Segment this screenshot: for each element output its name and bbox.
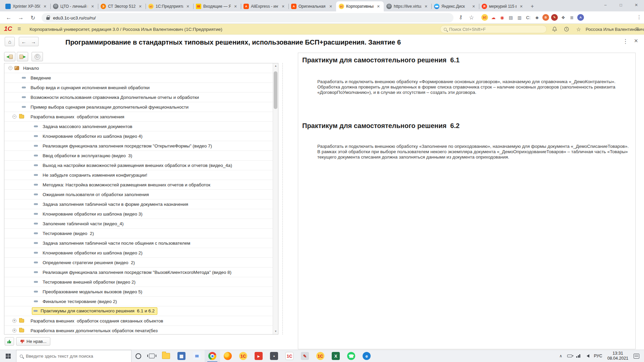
taskbar-app-chrome[interactable] (205, 350, 220, 362)
maximize-button[interactable]: □ (613, 0, 629, 10)
browser-tab-10[interactable]: Яндекс.Диск✕ (431, 1, 479, 11)
tree-item[interactable]: Реализация функционала заполнения посред… (4, 267, 273, 277)
tree-item[interactable]: Заполение табличной части (видео_4) (4, 219, 273, 229)
tab-close-icon[interactable]: ✕ (90, 4, 95, 9)
address-bar[interactable]: edu3.1c-uc3.ru/cu/ru/ (42, 13, 453, 22)
tree-item[interactable]: Введение (4, 73, 273, 83)
tab-close-icon[interactable]: ✕ (42, 4, 48, 9)
cortana-button[interactable] (131, 350, 145, 362)
volume-icon[interactable] (583, 350, 591, 362)
tab-close-icon[interactable]: ✕ (423, 4, 429, 9)
taskbar-app-mail[interactable]: ✉ (189, 350, 205, 362)
taskbar-app-paint-app[interactable]: ✎ (297, 350, 313, 362)
browser-tab-3[interactable]: ЭСТ Эвотор 512: З✕ (98, 1, 146, 11)
global-search-input[interactable]: Поиск Ctrl+Shift+F (440, 25, 547, 33)
tab-close-icon[interactable]: ✕ (328, 4, 333, 9)
tree-scrollbar[interactable]: ▲ ▼ (273, 63, 278, 334)
browser-tab-7[interactable]: AОригинальная н✕ (288, 1, 336, 11)
browser-tab-5[interactable]: ✉Входящие — Янд✕ (193, 1, 241, 11)
taskbar-app-calculator[interactable]: ▦ (174, 350, 189, 362)
tree-item[interactable]: +Разработка внешних обработок создания с… (4, 316, 273, 326)
tab-close-icon[interactable]: ✕ (376, 4, 381, 9)
browser-tab-8[interactable]: 1СКорпоративный✕ (336, 1, 384, 11)
tree-item[interactable]: Финальное тестирование (видео 2) (4, 297, 273, 306)
minimize-button[interactable]: – (598, 0, 613, 10)
taskbar-app-red-arrow-app[interactable]: ▸ (251, 350, 266, 362)
scroll-up-icon[interactable]: ▲ (273, 63, 278, 69)
taskbar-app-file-explorer[interactable] (158, 350, 174, 362)
tree-item[interactable]: Клонирование обработки из шаблона (видео… (4, 209, 273, 219)
browser-tab-11[interactable]: Ямеркурий 115 в✕ (479, 1, 527, 11)
refresh-button[interactable]: ↻ (28, 13, 38, 22)
ext-printer-icon[interactable]: ▥ (516, 14, 523, 21)
tree-item[interactable]: Пример выбора сценария реализации дополн… (4, 102, 273, 112)
clock[interactable]: 13:31 08.04.2021 (605, 351, 631, 361)
dislike-button[interactable]: Не нрав... (16, 337, 50, 346)
ext-playlist-icon[interactable]: ≣ (569, 14, 575, 21)
tree-item[interactable]: Тестирование внешней обработки (видео 2) (4, 277, 273, 287)
page-back-button[interactable]: ← (19, 37, 29, 46)
language-indicator[interactable]: РУС (591, 354, 605, 358)
tree-item[interactable]: Задача заполнения табличной части после … (4, 238, 273, 248)
expand-icon[interactable]: + (12, 328, 16, 333)
home-button[interactable]: ⌂ (5, 37, 15, 46)
taskbar-app-firefox[interactable] (220, 350, 235, 362)
ext-b-icon[interactable]: B (542, 14, 549, 21)
prev-section-button[interactable]: ◀ (4, 52, 15, 61)
tab-close-icon[interactable]: ✕ (471, 4, 476, 9)
tab-close-icon[interactable]: ✕ (519, 4, 524, 9)
tab-close-icon[interactable]: ✕ (280, 4, 286, 9)
notifications-bell-icon[interactable] (551, 26, 558, 33)
close-window-button[interactable]: ✕ (629, 0, 644, 10)
tab-close-icon[interactable]: ✕ (185, 4, 191, 9)
like-button[interactable] (5, 337, 14, 346)
browser-tab-1[interactable]: Xprinter XP-350B✕ (3, 1, 50, 11)
user-menu-icon[interactable]: ≡ (635, 25, 639, 33)
tree-item[interactable]: Выход на настройки возможностей размещен… (4, 161, 273, 170)
browser-tab-6[interactable]: AAliExpress - инте✕ (241, 1, 288, 11)
taskbar-app-1c-edo[interactable]: 1С (282, 350, 297, 362)
forward-button[interactable]: → (16, 13, 25, 22)
browser-tab-9[interactable]: https://live.virtua✕ (384, 1, 431, 11)
taskbar-app-1c-edu[interactable]: 1С (313, 350, 328, 362)
highlighted-tree-item[interactable]: Практикумы для самостоятельного решения … (32, 307, 157, 315)
expand-icon[interactable]: + (12, 319, 16, 323)
tree-item[interactable]: Задача заполнения табличной части в форм… (4, 199, 273, 209)
taskbar-app-excel[interactable]: X (328, 350, 343, 362)
tree-item[interactable]: −Начало (4, 63, 273, 73)
ext-cloud-icon[interactable]: ☁ (490, 14, 497, 21)
copyright-button[interactable]: © (32, 52, 43, 61)
tree-item[interactable]: Тестирование (видео 2) (4, 229, 273, 238)
scroll-down-icon[interactable]: ▼ (273, 329, 278, 334)
back-button[interactable]: ← (4, 13, 13, 22)
hidden-icons-chevron[interactable]: ∧ (556, 350, 565, 362)
ext-1c-icon[interactable]: 1С (481, 14, 488, 21)
scrollbar-thumb[interactable] (274, 71, 277, 109)
network-icon[interactable] (574, 350, 583, 362)
tree-item[interactable]: −Разработка внешних обработок заполнения (4, 112, 273, 122)
tree-item[interactable]: Определение стратегии решения (видео 2) (4, 258, 273, 267)
key-icon[interactable]: ⚷ (459, 14, 463, 20)
tree-item[interactable]: Выбор вида и сценария исполнения внешней… (4, 83, 273, 93)
ext-person-icon[interactable]: ☻ (534, 14, 540, 21)
tree-item[interactable]: Методика: Настройка возможностей размеще… (4, 180, 273, 190)
taskbar-app-whatsapp[interactable]: ☎ (343, 350, 359, 362)
tab-close-icon[interactable]: ✕ (233, 4, 238, 9)
main-menu-icon[interactable]: ≡ (17, 25, 21, 33)
taskbar-app-dark-app[interactable]: ▪ (266, 350, 282, 362)
tree-item[interactable]: +Разработка внешних дополнительных обраб… (4, 326, 273, 335)
page-menu-icon[interactable]: ⋮ (623, 38, 628, 45)
history-clock-icon[interactable] (563, 26, 570, 33)
tree-item[interactable]: Клонирование обработки из шаблона (видео… (4, 248, 273, 258)
task-view-button[interactable] (145, 350, 158, 362)
tree-item[interactable]: Задача массового заполнения документов (4, 122, 273, 131)
collapse-icon[interactable]: − (8, 66, 12, 70)
battery-icon[interactable] (565, 350, 574, 362)
tree-item[interactable]: Не забудьте сохранить изменения конфигур… (4, 170, 273, 180)
taskbar-app-edge[interactable]: e (359, 350, 374, 362)
panel-splitter[interactable] (282, 63, 283, 335)
tree-item[interactable]: Практикумы для самостоятельного решения … (4, 306, 273, 316)
next-section-button[interactable]: ▶ (17, 52, 28, 61)
tree-item[interactable]: Преобразование модальных вызовов (видео … (4, 287, 273, 297)
notification-center-icon[interactable] (634, 354, 639, 359)
